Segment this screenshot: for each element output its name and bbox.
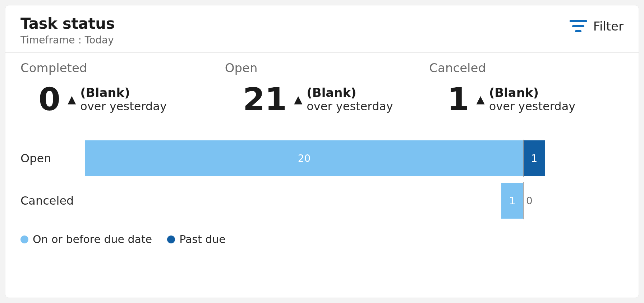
trend-up-icon: ▲ bbox=[68, 94, 76, 105]
kpi-label: Completed bbox=[20, 61, 215, 75]
task-status-card: Task status Timeframe : Today Filter Com… bbox=[5, 5, 639, 298]
bar-segment-past-due[interactable]: 1 bbox=[523, 140, 545, 176]
card-body: Completed 0 ▲ (Blank) over yesterday Ope… bbox=[5, 53, 639, 298]
kpi-canceled: Canceled 1 ▲ (Blank) over yesterday bbox=[429, 61, 624, 115]
kpi-value: 1 bbox=[429, 84, 469, 115]
card-header: Task status Timeframe : Today Filter bbox=[5, 5, 639, 53]
kpi-value: 0 bbox=[20, 84, 60, 115]
legend-label: Past due bbox=[179, 233, 226, 246]
axis-line bbox=[523, 182, 524, 219]
filter-button[interactable]: Filter bbox=[570, 15, 624, 33]
kpi-delta-caption: over yesterday bbox=[489, 100, 576, 113]
kpi-delta-text: (Blank) over yesterday bbox=[307, 86, 393, 113]
kpi-label: Canceled bbox=[429, 61, 624, 75]
kpi-delta-caption: over yesterday bbox=[80, 100, 167, 113]
kpi-row: Completed 0 ▲ (Blank) over yesterday Ope… bbox=[20, 61, 624, 115]
kpi-delta-value: (Blank) bbox=[80, 86, 167, 100]
trend-up-icon: ▲ bbox=[477, 94, 485, 105]
kpi-delta-caption: over yesterday bbox=[307, 100, 393, 113]
chart-row: Canceled10 bbox=[20, 183, 624, 219]
kpi-label: Open bbox=[225, 61, 419, 75]
kpi-completed: Completed 0 ▲ (Blank) over yesterday bbox=[20, 61, 215, 115]
legend-dot-icon bbox=[167, 236, 175, 243]
axis-line bbox=[523, 140, 524, 177]
kpi-body: 0 ▲ (Blank) over yesterday bbox=[20, 84, 215, 115]
legend-item-past-due[interactable]: Past due bbox=[167, 233, 226, 246]
legend-label: On or before due date bbox=[33, 233, 152, 246]
chart-bar-track: 10 bbox=[85, 183, 545, 219]
chart-row-label: Canceled bbox=[20, 194, 85, 208]
kpi-delta: ▲ (Blank) over yesterday bbox=[68, 86, 167, 113]
bar-segment-past-due-label: 0 bbox=[526, 195, 533, 207]
kpi-delta-text: (Blank) over yesterday bbox=[489, 86, 576, 113]
kpi-body: 21 ▲ (Blank) over yesterday bbox=[225, 84, 419, 115]
chart-legend: On or before due date Past due bbox=[20, 233, 624, 246]
kpi-delta-value: (Blank) bbox=[489, 86, 576, 100]
kpi-open: Open 21 ▲ (Blank) over yesterday bbox=[225, 61, 419, 115]
filter-label: Filter bbox=[593, 19, 624, 33]
card-title: Task status bbox=[20, 15, 115, 32]
legend-dot-icon bbox=[20, 236, 28, 243]
bar-segment-on-or-before[interactable]: 20 bbox=[85, 140, 523, 176]
bar-segment-on-or-before[interactable]: 1 bbox=[501, 183, 523, 219]
kpi-delta: ▲ (Blank) over yesterday bbox=[294, 86, 393, 113]
card-titles: Task status Timeframe : Today bbox=[20, 15, 115, 46]
legend-item-on-or-before[interactable]: On or before due date bbox=[20, 233, 152, 246]
chart: Open201Canceled10 bbox=[20, 140, 624, 225]
kpi-delta-text: (Blank) over yesterday bbox=[80, 86, 167, 113]
kpi-value: 21 bbox=[225, 84, 287, 115]
chart-bar-track: 201 bbox=[85, 140, 545, 176]
kpi-delta-value: (Blank) bbox=[307, 86, 393, 100]
card-subtitle: Timeframe : Today bbox=[20, 34, 115, 46]
chart-row-label: Open bbox=[20, 152, 85, 165]
chart-row: Open201 bbox=[20, 140, 624, 176]
kpi-body: 1 ▲ (Blank) over yesterday bbox=[429, 84, 624, 115]
kpi-delta: ▲ (Blank) over yesterday bbox=[477, 86, 576, 113]
trend-up-icon: ▲ bbox=[294, 94, 302, 105]
filter-icon bbox=[570, 20, 587, 33]
